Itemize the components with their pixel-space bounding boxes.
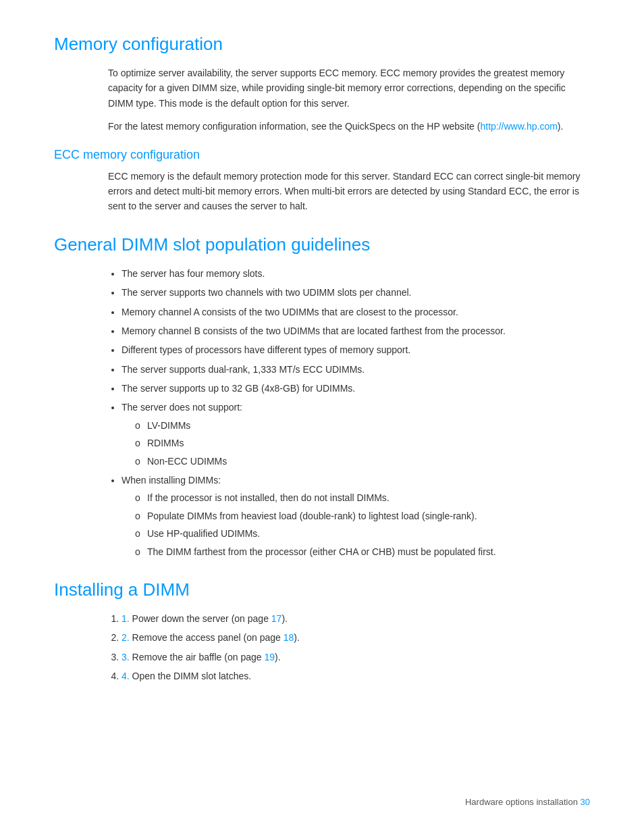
para-memory-config-2: For the latest memory configuration info… <box>108 119 590 134</box>
para-ecc: ECC memory is the default memory protect… <box>108 169 590 214</box>
step-2-link[interactable]: 18 <box>284 632 294 643</box>
list-item-when-installing: When installing DIMMs: If the processor … <box>122 473 590 559</box>
step-num-4: 4. <box>122 671 130 681</box>
sub-list-not-support: LV-DIMMs RDIMMs Non-ECC UDIMMs <box>135 418 590 469</box>
sub-list-item: Populate DIMMs from heaviest load (doubl… <box>135 509 590 523</box>
list-item-does-not-support: The server does not support: LV-DIMMs RD… <box>122 400 590 469</box>
list-item: Memory channel A consists of the two UDI… <box>122 305 590 319</box>
step-num-3: 3. <box>122 652 130 662</box>
step-num-1: 1. <box>122 613 130 624</box>
page-container: Memory configuration To optimize server … <box>0 0 644 745</box>
step-1-link[interactable]: 17 <box>271 613 282 624</box>
list-item: The server supports up to 32 GB (4x8-GB)… <box>122 381 590 396</box>
hp-website-link[interactable]: http://www.hp.com <box>480 121 557 132</box>
title-general-dimm: General DIMM slot population guidelines <box>54 234 590 255</box>
sub-list-item: The DIMM farthest from the processor (ei… <box>135 544 590 559</box>
sub-list-item: RDIMMs <box>135 436 590 450</box>
section-memory-configuration: Memory configuration To optimize server … <box>54 34 590 214</box>
list-item: Different types of processors have diffe… <box>122 342 590 357</box>
sub-list-item: LV-DIMMs <box>135 418 590 433</box>
title-ecc-memory: ECC memory configuration <box>54 148 590 162</box>
step-num-2: 2. <box>122 632 130 643</box>
section-installing-dimm: Installing a DIMM 1. Power down the serv… <box>54 579 590 684</box>
list-item: The server supports dual-rank, 1,333 MT/… <box>122 362 590 377</box>
page-footer: Hardware options installation 30 <box>465 797 590 807</box>
installing-steps-list: 1. Power down the server (on page 17). 2… <box>122 611 590 684</box>
footer-text: Hardware options installation <box>465 797 578 807</box>
dimm-bullet-list: The server has four memory slots. The se… <box>122 266 590 559</box>
page-number: 30 <box>581 797 590 807</box>
title-installing-dimm: Installing a DIMM <box>54 579 590 600</box>
para-memory-config-1: To optimize server availability, the ser… <box>108 66 590 111</box>
step-4: 4. Open the DIMM slot latches. <box>122 669 590 683</box>
sub-list-item: Use HP-qualified UDIMMs. <box>135 526 590 541</box>
list-item: The server supports two channels with tw… <box>122 285 590 300</box>
subsection-ecc: ECC memory configuration ECC memory is t… <box>54 148 590 214</box>
list-item: The server has four memory slots. <box>122 266 590 281</box>
step-3-link[interactable]: 19 <box>264 652 275 662</box>
step-3: 3. Remove the air baffle (on page 19). <box>122 650 590 664</box>
section-general-dimm: General DIMM slot population guidelines … <box>54 234 590 559</box>
title-memory-configuration: Memory configuration <box>54 34 590 55</box>
step-1: 1. Power down the server (on page 17). <box>122 611 590 626</box>
step-2: 2. Remove the access panel (on page 18). <box>122 630 590 645</box>
list-item: Memory channel B consists of the two UDI… <box>122 323 590 338</box>
sub-list-installing: If the processor is not installed, then … <box>135 490 590 559</box>
sub-list-item: If the processor is not installed, then … <box>135 490 590 505</box>
sub-list-item: Non-ECC UDIMMs <box>135 454 590 469</box>
